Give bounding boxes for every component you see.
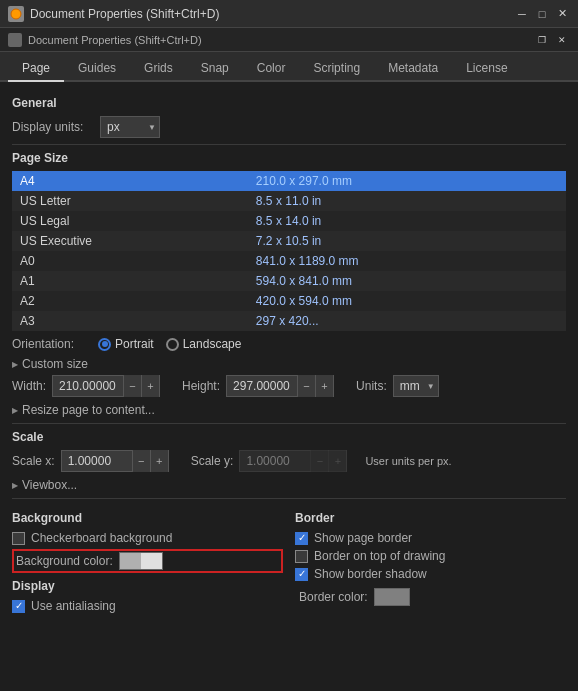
checkerboard-label: Checkerboard background <box>31 531 172 545</box>
scale-y-spinbox: 1.00000 − + <box>239 450 347 472</box>
display-units-row: Display units: px ▼ <box>12 116 566 138</box>
viewbox-triangle-icon: ▶ <box>12 481 18 490</box>
tab-bar: Page Guides Grids Snap Color Scripting M… <box>0 52 578 82</box>
table-row[interactable]: A2 420.0 x 594.0 mm <box>12 291 566 311</box>
antialiasing-label: Use antialiasing <box>31 599 116 613</box>
window-title: Document Properties (Shift+Ctrl+D) <box>30 7 219 21</box>
height-increase-button[interactable]: + <box>315 375 333 397</box>
resize-page-row[interactable]: ▶ Resize page to content... <box>12 403 566 417</box>
show-page-border-checkbox[interactable]: ✓ <box>295 532 308 545</box>
antialiasing-check-icon: ✓ <box>15 601 23 611</box>
units-dropdown[interactable]: mm <box>393 375 439 397</box>
bottom-two-col: Background Checkerboard background Backg… <box>12 505 566 617</box>
bg-color-swatch[interactable] <box>119 552 163 570</box>
restore-button[interactable]: ❐ <box>534 32 550 48</box>
tab-grids[interactable]: Grids <box>130 56 187 82</box>
page-size-cell: 841.0 x 1189.0 mm <box>248 251 566 271</box>
show-page-border-row: ✓ Show page border <box>295 531 566 545</box>
table-row[interactable]: A1 594.0 x 841.0 mm <box>12 271 566 291</box>
tab-snap[interactable]: Snap <box>187 56 243 82</box>
page-name-cell: US Executive <box>12 231 248 251</box>
divider-1 <box>12 144 566 145</box>
show-border-shadow-check-icon: ✓ <box>298 569 306 579</box>
page-size-cell: 7.2 x 10.5 in <box>248 231 566 251</box>
scale-x-increase-button[interactable]: + <box>150 450 168 472</box>
border-on-top-checkbox[interactable] <box>295 550 308 563</box>
custom-size-collapsible[interactable]: ▶ Custom size <box>12 357 566 371</box>
border-on-top-row: Border on top of drawing <box>295 549 566 563</box>
portrait-radio[interactable]: Portrait <box>98 337 154 351</box>
units-dropdown-wrapper[interactable]: mm ▼ <box>393 375 439 397</box>
tab-license[interactable]: License <box>452 56 521 82</box>
scale-x-decrease-button[interactable]: − <box>132 450 150 472</box>
height-value: 297.00000 <box>227 379 297 393</box>
width-spinbox[interactable]: 210.00000 − + <box>52 375 160 397</box>
table-row[interactable]: US Letter 8.5 x 11.0 in <box>12 191 566 211</box>
page-size-cell: 420.0 x 594.0 mm <box>248 291 566 311</box>
minimize-button[interactable]: ─ <box>514 6 530 22</box>
landscape-radio-circle <box>166 338 179 351</box>
user-units-label: User units per px. <box>365 455 451 467</box>
tab-guides[interactable]: Guides <box>64 56 130 82</box>
table-row[interactable]: A3 297 x 420... <box>12 311 566 331</box>
maximize-button[interactable]: □ <box>534 6 550 22</box>
background-col: Background Checkerboard background Backg… <box>12 505 283 617</box>
table-row[interactable]: US Legal 8.5 x 14.0 in <box>12 211 566 231</box>
width-value: 210.00000 <box>53 379 123 393</box>
viewbox-row[interactable]: ▶ Viewbox... <box>12 478 566 492</box>
tab-color[interactable]: Color <box>243 56 300 82</box>
height-label: Height: <box>182 379 220 393</box>
orientation-row: Orientation: Portrait Landscape <box>12 337 566 351</box>
antialiasing-row: ✓ Use antialiasing <box>12 599 283 613</box>
show-page-border-label: Show page border <box>314 531 412 545</box>
subtitle-text: Document Properties (Shift+Ctrl+D) <box>28 34 202 46</box>
table-row[interactable]: A0 841.0 x 1189.0 mm <box>12 251 566 271</box>
scale-section-title: Scale <box>12 430 566 444</box>
width-increase-button[interactable]: + <box>141 375 159 397</box>
divider-2 <box>12 423 566 424</box>
units-label: Units: <box>356 379 387 393</box>
border-color-swatch[interactable] <box>374 588 410 606</box>
tab-metadata[interactable]: Metadata <box>374 56 452 82</box>
display-units-dropdown-wrapper[interactable]: px ▼ <box>100 116 160 138</box>
page-size-section-title: Page Size <box>12 151 566 165</box>
divider-3 <box>12 498 566 499</box>
landscape-label: Landscape <box>183 337 242 351</box>
close-button[interactable]: ✕ <box>554 6 570 22</box>
height-decrease-button[interactable]: − <box>297 375 315 397</box>
display-units-dropdown[interactable]: px <box>100 116 160 138</box>
height-spinbox[interactable]: 297.00000 − + <box>226 375 334 397</box>
antialiasing-checkbox[interactable]: ✓ <box>12 600 25 613</box>
page-size-cell: 8.5 x 11.0 in <box>248 191 566 211</box>
show-border-shadow-label: Show border shadow <box>314 567 427 581</box>
svg-point-0 <box>11 9 21 19</box>
table-row[interactable]: US Executive 7.2 x 10.5 in <box>12 231 566 251</box>
landscape-radio[interactable]: Landscape <box>166 337 242 351</box>
border-section-title: Border <box>295 511 566 525</box>
checkerboard-checkbox[interactable] <box>12 532 25 545</box>
portrait-radio-dot <box>102 341 108 347</box>
scale-x-spinbox[interactable]: 1.00000 − + <box>61 450 169 472</box>
scale-y-increase-button: + <box>328 450 346 472</box>
page-name-cell: A1 <box>12 271 248 291</box>
table-row[interactable]: A4 210.0 x 297.0 mm <box>12 171 566 191</box>
portrait-radio-circle <box>98 338 111 351</box>
page-size-cell: 8.5 x 14.0 in <box>248 211 566 231</box>
page-size-cell: 297 x 420... <box>248 311 566 331</box>
content-area: General Display units: px ▼ Page Size A4… <box>0 82 578 691</box>
pin-button[interactable]: ✕ <box>554 32 570 48</box>
tab-page[interactable]: Page <box>8 56 64 82</box>
tab-scripting[interactable]: Scripting <box>299 56 374 82</box>
background-section-title: Background <box>12 511 283 525</box>
scale-x-label: Scale x: <box>12 454 55 468</box>
triangle-icon: ▶ <box>12 360 18 369</box>
border-color-label: Border color: <box>299 590 368 604</box>
page-size-table: A4 210.0 x 297.0 mm US Letter 8.5 x 11.0… <box>12 171 566 331</box>
width-decrease-button[interactable]: − <box>123 375 141 397</box>
page-name-cell: US Legal <box>12 211 248 231</box>
page-name-cell: A2 <box>12 291 248 311</box>
show-border-shadow-checkbox[interactable]: ✓ <box>295 568 308 581</box>
width-height-row: Width: 210.00000 − + Height: 297.00000 −… <box>12 375 566 397</box>
viewbox-btn: Viewbox... <box>22 478 77 492</box>
page-name-cell: A3 <box>12 311 248 331</box>
